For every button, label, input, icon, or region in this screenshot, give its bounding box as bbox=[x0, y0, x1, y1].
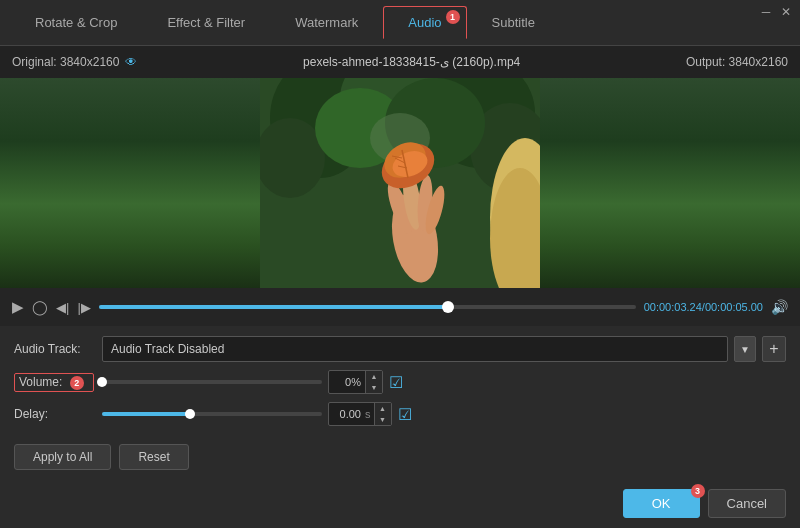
minimize-button[interactable]: ─ bbox=[758, 4, 774, 20]
delay-up-spinner[interactable]: ▲ bbox=[375, 403, 391, 414]
audio-tab-badge: 1 bbox=[446, 10, 460, 24]
audio-add-button[interactable]: + bbox=[762, 336, 786, 362]
delay-check-icon[interactable]: ☑ bbox=[398, 405, 412, 424]
audio-track-label: Audio Track: bbox=[14, 342, 94, 356]
original-label: Original: 3840x2160 bbox=[12, 55, 119, 69]
delay-value-box: 0.00 s ▲ ▼ bbox=[328, 402, 392, 426]
delay-value: 0.00 bbox=[329, 408, 365, 420]
audio-track-wrapper: Audio Track Disabled ▼ + bbox=[102, 336, 786, 362]
tab-effect[interactable]: Effect & Filter bbox=[142, 6, 270, 39]
delay-thumb bbox=[185, 409, 195, 419]
next-frame-button[interactable]: |▶ bbox=[77, 300, 90, 315]
delay-row: Delay: 0.00 s ▲ ▼ ☑ bbox=[14, 402, 786, 426]
volume-value: 0% bbox=[329, 376, 365, 388]
volume-badge: 2 bbox=[70, 376, 84, 390]
volume-check-icon[interactable]: ☑ bbox=[389, 373, 403, 392]
cancel-button[interactable]: Cancel bbox=[708, 489, 786, 518]
tab-subtitle[interactable]: Subtitle bbox=[467, 6, 560, 39]
apply-to-all-button[interactable]: Apply to All bbox=[14, 444, 111, 470]
tab-watermark[interactable]: Watermark bbox=[270, 6, 383, 39]
volume-slider[interactable] bbox=[102, 380, 322, 384]
info-bar: Original: 3840x2160 👁 pexels-ahmed-ى-183… bbox=[0, 46, 800, 78]
audio-track-select[interactable]: Audio Track Disabled bbox=[102, 336, 728, 362]
volume-slider-wrapper: 0% ▲ ▼ ☑ bbox=[102, 370, 786, 394]
playback-controls: ▶ ◯ ◀| |▶ 00:00:03.24/00:00:05.00 🔊 bbox=[0, 288, 800, 326]
progress-thumb bbox=[442, 301, 454, 313]
filename-display: pexels-ahmed-ى-18338415 (2160p).mp4 bbox=[303, 55, 520, 69]
volume-down-spinner[interactable]: ▼ bbox=[366, 382, 382, 393]
volume-up-spinner[interactable]: ▲ bbox=[366, 371, 382, 382]
delay-unit: s bbox=[365, 408, 374, 420]
tab-audio[interactable]: Audio 1 bbox=[383, 6, 466, 39]
audio-track-row: Audio Track: Audio Track Disabled ▼ + bbox=[14, 336, 786, 362]
preview-eye-icon[interactable]: 👁 bbox=[125, 55, 137, 69]
volume-thumb bbox=[97, 377, 107, 387]
info-left: Original: 3840x2160 👁 bbox=[12, 55, 137, 69]
prev-frame-button[interactable]: ◀| bbox=[56, 300, 69, 315]
video-preview bbox=[0, 78, 800, 288]
delay-slider[interactable] bbox=[102, 412, 322, 416]
progress-fill bbox=[99, 305, 448, 309]
time-display: 00:00:03.24/00:00:05.00 bbox=[644, 301, 763, 313]
tab-bar: Rotate & Crop Effect & Filter Watermark … bbox=[0, 0, 800, 46]
volume-row: Volume: 2 0% ▲ ▼ ☑ bbox=[14, 370, 786, 394]
close-button[interactable]: ✕ bbox=[778, 4, 794, 20]
reset-button[interactable]: Reset bbox=[119, 444, 188, 470]
delay-fill bbox=[102, 412, 190, 416]
output-label: Output: 3840x2160 bbox=[686, 55, 788, 69]
audio-track-arrow[interactable]: ▼ bbox=[734, 336, 756, 362]
tab-rotate[interactable]: Rotate & Crop bbox=[10, 6, 142, 39]
stop-button[interactable]: ◯ bbox=[32, 299, 48, 315]
bottom-action-row: Apply to All Reset bbox=[0, 436, 800, 478]
ok-badge: 3 bbox=[691, 484, 705, 498]
audio-controls: Audio Track: Audio Track Disabled ▼ + Vo… bbox=[0, 326, 800, 436]
volume-icon[interactable]: 🔊 bbox=[771, 299, 788, 315]
volume-spinners: ▲ ▼ bbox=[365, 371, 382, 393]
delay-down-spinner[interactable]: ▼ bbox=[375, 414, 391, 425]
delay-slider-wrapper: 0.00 s ▲ ▼ ☑ bbox=[102, 402, 786, 426]
delay-label: Delay: bbox=[14, 407, 94, 421]
title-bar: ─ ✕ bbox=[752, 0, 800, 24]
volume-label: Volume: 2 bbox=[14, 373, 94, 392]
play-button[interactable]: ▶ bbox=[12, 298, 24, 316]
progress-bar[interactable] bbox=[99, 305, 636, 309]
video-content-svg bbox=[260, 78, 540, 288]
video-thumbnail bbox=[0, 78, 800, 288]
ok-button[interactable]: OK 3 bbox=[623, 489, 700, 518]
delay-spinners: ▲ ▼ bbox=[374, 403, 391, 425]
footer-buttons: OK 3 Cancel bbox=[609, 479, 800, 528]
volume-value-box: 0% ▲ ▼ bbox=[328, 370, 383, 394]
